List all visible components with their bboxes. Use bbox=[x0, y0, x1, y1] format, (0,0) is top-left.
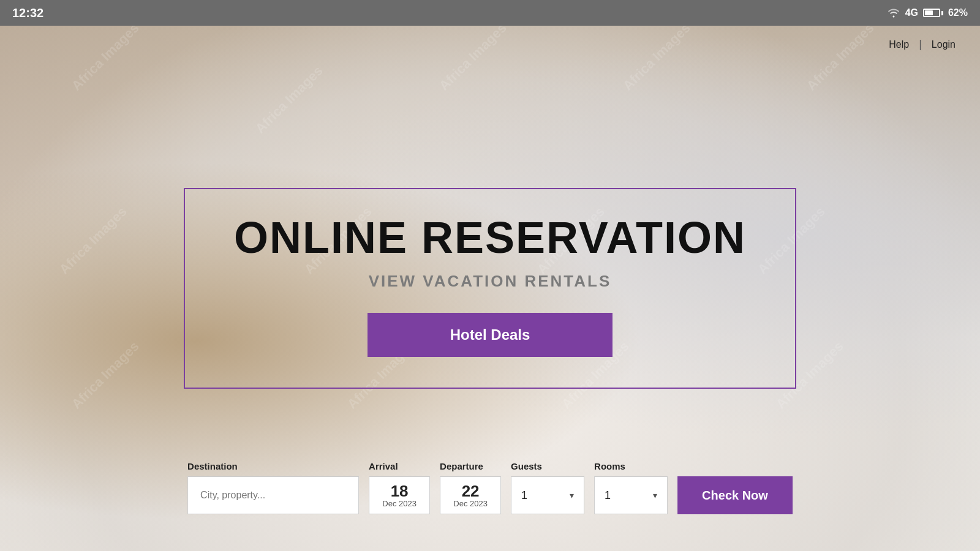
nav-divider: | bbox=[919, 38, 922, 51]
status-bar: 12:32 4G 62% bbox=[0, 0, 980, 26]
help-link[interactable]: Help bbox=[889, 39, 909, 50]
departure-date-box[interactable]: 22 Dec 2023 bbox=[440, 476, 501, 514]
departure-label: Departure bbox=[440, 461, 501, 471]
battery-label: 62% bbox=[948, 7, 968, 18]
rooms-field: Rooms 1 ▾ bbox=[594, 461, 668, 514]
navbar: Help | Login bbox=[864, 26, 980, 63]
guests-select[interactable]: 1 ▾ bbox=[511, 476, 584, 514]
rooms-select[interactable]: 1 ▾ bbox=[594, 476, 668, 514]
battery-icon bbox=[923, 9, 943, 17]
departure-month: Dec 2023 bbox=[453, 499, 488, 508]
guests-label: Guests bbox=[511, 461, 584, 471]
hero-subtitle: VIEW VACATION RENTALS bbox=[234, 272, 746, 291]
hero-title: ONLINE RESERVATION bbox=[234, 214, 746, 262]
arrival-month: Dec 2023 bbox=[382, 499, 417, 508]
rooms-label: Rooms bbox=[594, 461, 668, 471]
arrival-day: 18 bbox=[391, 483, 409, 499]
hero-box: ONLINE RESERVATION VIEW VACATION RENTALS… bbox=[184, 188, 796, 389]
destination-input[interactable] bbox=[187, 476, 359, 514]
guests-dropdown-icon: ▾ bbox=[570, 490, 574, 500]
departure-field: Departure 22 Dec 2023 bbox=[440, 461, 501, 514]
departure-day: 22 bbox=[462, 483, 480, 499]
search-bar: Destination Arrival 18 Dec 2023 Departur… bbox=[187, 461, 793, 514]
status-time: 12:32 bbox=[12, 6, 43, 20]
guests-field: Guests 1 ▾ bbox=[511, 461, 584, 514]
rooms-value: 1 bbox=[605, 489, 611, 502]
login-link[interactable]: Login bbox=[932, 39, 956, 50]
check-now-button[interactable]: Check Now bbox=[677, 476, 793, 514]
arrival-field: Arrival 18 Dec 2023 bbox=[369, 461, 430, 514]
arrival-date-box[interactable]: 18 Dec 2023 bbox=[369, 476, 430, 514]
hotel-deals-button[interactable]: Hotel Deals bbox=[368, 313, 612, 357]
guests-value: 1 bbox=[521, 489, 527, 502]
rooms-dropdown-icon: ▾ bbox=[653, 490, 657, 500]
network-label: 4G bbox=[905, 7, 918, 18]
destination-label: Destination bbox=[187, 461, 359, 471]
destination-field: Destination bbox=[187, 461, 359, 514]
wifi-icon bbox=[887, 8, 900, 18]
status-icons: 4G 62% bbox=[887, 7, 968, 18]
arrival-label: Arrival bbox=[369, 461, 430, 471]
